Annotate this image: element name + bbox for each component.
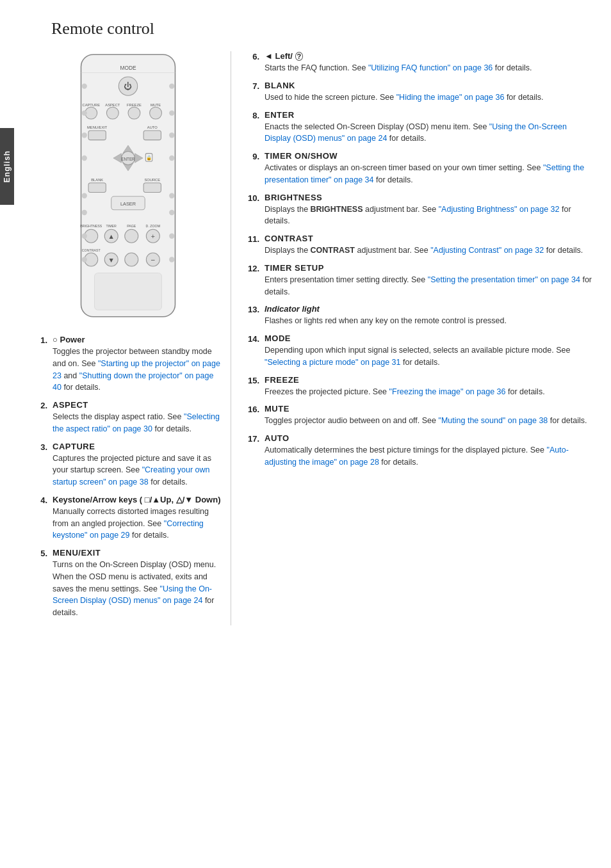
svg-text:MENU/EXIT: MENU/EXIT — [87, 125, 108, 129]
svg-text:+: + — [151, 232, 155, 240]
svg-text:🔒: 🔒 — [146, 155, 152, 161]
svg-text:ENTER: ENTER — [121, 157, 135, 161]
svg-point-42 — [169, 210, 174, 215]
svg-rect-18 — [88, 131, 106, 140]
svg-point-21 — [82, 133, 87, 138]
page-title: Remote control — [51, 19, 592, 38]
svg-point-16 — [169, 110, 174, 115]
link-timer-12[interactable]: "Setting the presentation timer" on page… — [428, 275, 580, 284]
svg-text:⏻: ⏻ — [124, 81, 133, 91]
svg-text:BRIGHTNESS: BRIGHTNESS — [80, 224, 102, 228]
item-14: 14. MODE Depending upon which input sign… — [244, 334, 592, 369]
svg-point-40 — [169, 193, 174, 198]
items-list-left: 1. ○ Power Toggles the projector between… — [32, 335, 224, 619]
link-osd-menu-8[interactable]: "Using the On-Screen Display (OSD) menus… — [265, 122, 567, 143]
link-osd-menu-5[interactable]: "Using the On-Screen Display (OSD) menus… — [53, 584, 212, 606]
item-16: 16. MUTE Toggles projector audio between… — [244, 404, 592, 427]
link-aspect-ratio[interactable]: "Selecting the aspect ratio" on page 30 — [53, 412, 220, 433]
link-brightness[interactable]: "Adjusting Brightness" on page 32 — [439, 205, 560, 214]
svg-text:▲: ▲ — [108, 232, 115, 240]
item-13: 13. Indicator light Flashes or lights re… — [244, 304, 592, 327]
svg-text:TIMER: TIMER — [106, 224, 117, 228]
svg-text:AUTO: AUTO — [147, 125, 158, 129]
svg-text:CAPTURE: CAPTURE — [82, 103, 100, 107]
svg-point-14 — [150, 107, 162, 119]
svg-rect-36 — [143, 183, 161, 193]
svg-point-57 — [125, 253, 138, 266]
svg-rect-20 — [143, 131, 161, 140]
link-auto-adjust[interactable]: "Auto-adjusting the image" on page 28 — [265, 446, 569, 467]
link-picture-mode[interactable]: "Selecting a picture mode" on page 31 — [265, 358, 401, 367]
svg-point-41 — [82, 210, 87, 215]
link-freeze[interactable]: "Freezing the image" on page 36 — [389, 387, 506, 396]
svg-point-5 — [82, 83, 87, 88]
item-17: 17. AUTO Automatically determines the be… — [244, 433, 592, 469]
link-contrast[interactable]: "Adjusting Contrast" on page 32 — [430, 246, 544, 255]
svg-text:▼: ▼ — [108, 256, 115, 264]
svg-point-60 — [82, 234, 87, 239]
svg-text:D. ZOOM: D. ZOOM — [146, 224, 160, 228]
link-faq[interactable]: "Utilizing FAQ function" on page 36 — [368, 63, 493, 72]
svg-text:FREEZE: FREEZE — [127, 103, 142, 107]
svg-point-31 — [82, 156, 87, 161]
link-timer-9[interactable]: "Setting the presentation timer" on page… — [265, 163, 584, 184]
item-11: 11. CONTRAST Displays the CONTRAST adjus… — [244, 234, 592, 257]
svg-point-39 — [82, 193, 87, 198]
item-8: 8. ENTER Enacts the selected On-Screen D… — [244, 110, 592, 145]
item-5: 5. MENU/EXIT Turns on the On-Screen Disp… — [32, 548, 224, 619]
svg-text:MUTE: MUTE — [151, 103, 161, 107]
svg-text:PAGE: PAGE — [127, 224, 136, 228]
svg-point-62 — [82, 257, 87, 262]
item-15: 15. FREEZE Freezes the projected picture… — [244, 375, 592, 398]
link-startup-screen[interactable]: "Creating your own startup screen" on pa… — [53, 465, 210, 486]
right-column: 6. ◄ Left/ ? Starts the FAQ function. Se… — [231, 51, 592, 625]
svg-point-61 — [169, 234, 174, 239]
svg-rect-64 — [95, 273, 162, 310]
svg-point-12 — [106, 107, 118, 119]
link-keystone[interactable]: "Correcting keystone" on page 29 — [53, 519, 204, 540]
svg-rect-34 — [88, 183, 106, 193]
side-tab: English — [0, 128, 14, 205]
item-12: 12. TIMER SETUP Enters presentation time… — [244, 263, 592, 298]
item-4: 4. Keystone/Arrow keys ( □/▲Up, △/▼ Down… — [32, 495, 224, 542]
svg-text:MODE: MODE — [120, 65, 136, 71]
item-9: 9. TIMER ON/SHOW Activates or displays a… — [244, 151, 592, 186]
link-hiding-image[interactable]: "Hiding the image" on page 36 — [396, 93, 505, 102]
svg-point-15 — [82, 110, 87, 115]
remote-control-image: MODE ⏻ CAPTURE ASPECT FREEZE MUTE — [54, 51, 202, 322]
svg-point-6 — [169, 83, 174, 88]
svg-point-22 — [169, 133, 174, 138]
svg-text:BLANK: BLANK — [91, 178, 103, 182]
svg-point-32 — [169, 156, 174, 161]
svg-point-50 — [125, 229, 138, 243]
item-7: 7. BLANK Used to hide the screen picture… — [244, 81, 592, 104]
svg-text:CONTRAST: CONTRAST — [82, 248, 101, 252]
svg-point-63 — [169, 257, 174, 262]
svg-text:−: − — [151, 256, 155, 264]
link-mute[interactable]: "Muting the sound" on page 38 — [439, 416, 548, 425]
item-1: 1. ○ Power Toggles the projector between… — [32, 335, 224, 394]
left-column: MODE ⏻ CAPTURE ASPECT FREEZE MUTE — [32, 51, 231, 625]
svg-point-13 — [128, 107, 140, 119]
item-3: 3. CAPTURE Captures the projected pictur… — [32, 442, 224, 488]
svg-text:ASPECT: ASPECT — [105, 103, 120, 107]
item-2: 2. ASPECT Selects the display aspect rat… — [32, 400, 224, 435]
svg-text:LASER: LASER — [120, 202, 136, 207]
item-10: 10. BRIGHTNESS Displays the BRIGHTNESS a… — [244, 193, 592, 228]
item-6: 6. ◄ Left/ ? Starts the FAQ function. Se… — [244, 51, 592, 74]
svg-text:SOURCE: SOURCE — [144, 178, 160, 182]
items-list-right: 6. ◄ Left/ ? Starts the FAQ function. Se… — [244, 51, 592, 469]
link-shutting-projector[interactable]: "Shutting down the projector" on page 40 — [53, 371, 213, 392]
